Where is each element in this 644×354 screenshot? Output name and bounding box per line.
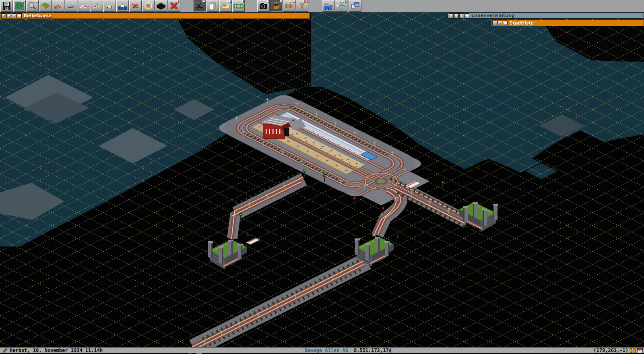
fast-forward-button[interactable]: +W bbox=[283, 0, 295, 12]
company-name: Bewege Alles AG bbox=[305, 348, 348, 353]
svg-text:W: W bbox=[336, 4, 339, 8]
shortcut-key-label: F bbox=[242, 0, 244, 3]
query-tool-button[interactable]: A bbox=[26, 0, 39, 12]
terrain-tile-icon bbox=[40, 1, 51, 11]
maglev-icon bbox=[78, 1, 89, 11]
ship-icon bbox=[117, 1, 128, 11]
shortcut-key-label: F1 bbox=[303, 0, 308, 3]
pause-indicator-bar bbox=[634, 348, 636, 353]
timeline-calendar-icon: 1 bbox=[637, 348, 643, 353]
svg-text:¢: ¢ bbox=[235, 4, 237, 8]
minimap-button[interactable]: M bbox=[13, 0, 26, 12]
shortcut-key-label: C bbox=[267, 0, 269, 3]
close-icon[interactable]: ✕ bbox=[492, 21, 497, 25]
pause-button[interactable]: P bbox=[270, 0, 283, 12]
shade-icon[interactable]: ▼ bbox=[454, 13, 459, 18]
biplane-icon bbox=[130, 1, 141, 11]
signal-ring-icon bbox=[143, 1, 154, 11]
window-titlebar-reliefkarte[interactable]: ✕ ▼ ? Reliefkarte bbox=[0, 12, 310, 19]
rail-tools-button[interactable] bbox=[52, 0, 64, 12]
map-coordinates: (179,261,-1) bbox=[593, 348, 628, 353]
shortcut-key-label: W bbox=[202, 0, 206, 3]
bus-icon bbox=[104, 1, 115, 11]
shortcut-key-label: A bbox=[36, 0, 38, 3]
help-button[interactable]: ? F1 bbox=[296, 0, 308, 12]
papers-icon bbox=[207, 1, 218, 11]
help-icon[interactable]: ? bbox=[12, 13, 17, 18]
dark-tile-icon bbox=[156, 1, 167, 11]
close-icon[interactable]: ✕ bbox=[1, 13, 6, 18]
shortcut-key-label: P bbox=[280, 0, 282, 3]
svg-text:S: S bbox=[340, 8, 342, 11]
window-titlebar-linienverwaltung[interactable]: ✕ ▼ ? Linienverwaltung bbox=[448, 12, 644, 19]
vehicles-icon bbox=[323, 1, 334, 11]
tram-icon bbox=[91, 1, 102, 11]
help-icon[interactable]: ? bbox=[459, 13, 464, 18]
slope-tools-button[interactable] bbox=[39, 0, 52, 12]
monorail-tools-button[interactable] bbox=[65, 0, 77, 12]
window-list-button[interactable] bbox=[349, 0, 361, 12]
tram-tools-button[interactable] bbox=[91, 0, 103, 12]
monorail-icon bbox=[66, 1, 76, 11]
finances-button[interactable]: ¢¢ F bbox=[232, 0, 245, 12]
pin-icon[interactable] bbox=[464, 13, 469, 18]
pin-icon[interactable] bbox=[503, 21, 508, 25]
shade-icon[interactable]: ▼ bbox=[6, 13, 11, 18]
windows-icon bbox=[350, 1, 361, 11]
remove-tool-button[interactable]: R bbox=[168, 0, 180, 12]
help-icon[interactable]: ? bbox=[497, 21, 502, 25]
ship-tools-button[interactable] bbox=[116, 0, 129, 12]
shortcut-key-label: M bbox=[22, 0, 25, 3]
pin-icon[interactable] bbox=[17, 13, 22, 18]
save-button[interactable] bbox=[0, 0, 13, 12]
screenshot-button[interactable]: C bbox=[257, 0, 270, 12]
game-date: Herbst, 10. November 1934 11:14h bbox=[10, 348, 103, 353]
shortcut-key-label: +B bbox=[226, 0, 231, 3]
status-bar: Herbst, 10. November 1934 11:14h Bewege … bbox=[0, 347, 644, 353]
close-icon[interactable]: ✕ bbox=[449, 13, 454, 18]
train-icon bbox=[53, 1, 64, 11]
season-leaf-icon bbox=[2, 348, 8, 353]
window-title: Stadtliste bbox=[510, 21, 534, 26]
shortcut-key-label: +W bbox=[289, 0, 295, 3]
pause-indicator-bar bbox=[630, 348, 632, 353]
simutrans-screen: { "toolbar": { "buttons": [ {"name":"sav… bbox=[0, 0, 644, 354]
messages-button[interactable]: +B bbox=[219, 0, 232, 12]
svg-text:¢: ¢ bbox=[241, 4, 243, 8]
air-tools-button[interactable] bbox=[129, 0, 142, 12]
game-world[interactable] bbox=[0, 0, 644, 354]
shortcut-key-label: +R bbox=[342, 0, 347, 3]
road-tools-button[interactable] bbox=[103, 0, 116, 12]
vehicle-management-button[interactable] bbox=[322, 0, 334, 12]
svg-text:1: 1 bbox=[639, 350, 641, 353]
window-titlebar-stadtliste[interactable]: ✕ ? Stadtliste bbox=[491, 20, 644, 26]
lists-button[interactable] bbox=[206, 0, 219, 12]
company-cash: 8.551.172,17¢ bbox=[354, 348, 392, 353]
way-list-button[interactable]: W bbox=[194, 0, 206, 12]
game-world-viewport[interactable] bbox=[0, 0, 644, 354]
maglev-tools-button[interactable] bbox=[78, 0, 90, 12]
rotate-view-button[interactable]: NWES +R bbox=[335, 0, 347, 12]
special-construction-button[interactable] bbox=[142, 0, 155, 12]
landscape-tools-button[interactable] bbox=[155, 0, 167, 12]
save-icon bbox=[1, 1, 12, 11]
window-title: Linienverwaltung bbox=[471, 13, 515, 18]
svg-text:E: E bbox=[344, 4, 346, 8]
main-toolbar: M A R bbox=[0, 0, 644, 12]
window-title: Reliefkarte bbox=[24, 13, 52, 19]
shortcut-key-label: R bbox=[178, 0, 180, 3]
